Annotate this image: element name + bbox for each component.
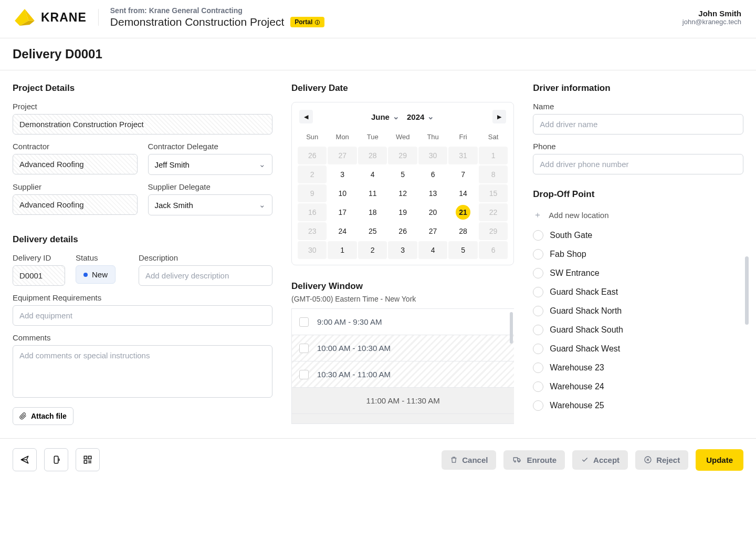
- contractor-delegate-select[interactable]: Jeff Smith ⌄: [148, 154, 273, 175]
- calendar-year-select[interactable]: 2024⌄: [407, 112, 434, 121]
- status-dot-icon: [83, 273, 88, 277]
- scrollbar[interactable]: [510, 312, 513, 344]
- calendar-day[interactable]: 20: [418, 203, 447, 221]
- radio[interactable]: [533, 381, 543, 392]
- cancel-button[interactable]: Cancel: [442, 450, 496, 470]
- page-title-bar: Delivery D0001: [0, 38, 756, 70]
- calendar-dow: Tue: [358, 130, 387, 146]
- mobile-button[interactable]: [44, 448, 68, 471]
- checkbox[interactable]: [299, 344, 309, 353]
- calendar-day[interactable]: 13: [418, 184, 447, 202]
- send-button[interactable]: [13, 448, 37, 471]
- delivery-window-slot: 11:00 AM - 11:30 AM: [292, 388, 514, 414]
- calendar-prev-button[interactable]: ◀: [299, 110, 313, 123]
- user-email: john@kranegc.tech: [682, 18, 741, 26]
- radio[interactable]: [533, 325, 543, 335]
- calendar-day[interactable]: 18: [358, 203, 387, 221]
- description-input[interactable]: [139, 265, 272, 286]
- svg-rect-11: [90, 462, 91, 463]
- enroute-button[interactable]: Enroute: [503, 450, 565, 470]
- calendar-day[interactable]: 2: [358, 241, 387, 259]
- calendar-next-button[interactable]: ▶: [492, 110, 506, 123]
- app-header: KRANE Sent from: Krane General Contracti…: [0, 0, 756, 38]
- calendar-day[interactable]: 6: [418, 165, 447, 183]
- calendar-day[interactable]: 4: [358, 165, 387, 183]
- radio[interactable]: [533, 230, 543, 241]
- driver-name-input[interactable]: [533, 114, 743, 134]
- dropoff-label: South Gate: [550, 231, 592, 240]
- equipment-input[interactable]: [13, 305, 272, 326]
- radio[interactable]: [533, 249, 543, 260]
- dropoff-option[interactable]: Guard Shack East: [533, 283, 743, 302]
- calendar-dow: Fri: [448, 130, 478, 146]
- equipment-label: Equipment Requirements: [13, 293, 272, 302]
- calendar-day[interactable]: 12: [388, 184, 417, 202]
- scrollbar[interactable]: [745, 256, 749, 325]
- calendar-day[interactable]: 1: [328, 241, 356, 259]
- attach-file-button[interactable]: Attach file: [13, 407, 74, 425]
- qr-icon: [83, 455, 92, 464]
- delivery-window-slot[interactable]: 9:00 AM - 9:30 AM: [292, 309, 514, 335]
- calendar-day[interactable]: 14: [448, 184, 477, 202]
- calendar-day[interactable]: 3: [328, 165, 356, 183]
- supplier-delegate-select[interactable]: Jack Smith ⌄: [148, 194, 273, 215]
- calendar-dow: Sun: [297, 130, 327, 146]
- calendar-day[interactable]: 10: [328, 184, 356, 202]
- calendar-day[interactable]: 27: [418, 222, 447, 240]
- timezone-label: (GMT-05:00) Eastern Time - New York: [291, 295, 514, 303]
- dropoff-option[interactable]: South Gate: [533, 226, 743, 245]
- comments-input[interactable]: [13, 345, 272, 398]
- calendar-day[interactable]: 28: [448, 222, 477, 240]
- dropoff-option[interactable]: Guard Shack West: [533, 339, 743, 358]
- project-field: Demonstration Construction Project: [13, 114, 272, 134]
- calendar-day[interactable]: 17: [328, 203, 356, 221]
- calendar-day: 29: [388, 147, 417, 164]
- add-location-button[interactable]: ＋ Add new location: [533, 208, 743, 226]
- dropoff-option[interactable]: Warehouse 23: [533, 358, 743, 377]
- calendar-day[interactable]: 26: [388, 222, 417, 240]
- checkbox[interactable]: [299, 370, 309, 379]
- calendar-day[interactable]: 3: [388, 241, 417, 259]
- chevron-down-icon: ⌄: [393, 112, 400, 121]
- header-meta: Sent from: Krane General Contracting Dem…: [110, 6, 325, 28]
- update-button[interactable]: Update: [696, 449, 743, 471]
- checkbox[interactable]: [299, 317, 309, 327]
- calendar-day[interactable]: 7: [448, 165, 477, 183]
- radio[interactable]: [533, 363, 543, 373]
- driver-phone-input[interactable]: [533, 154, 743, 174]
- calendar-day[interactable]: 11: [358, 184, 387, 202]
- user-menu[interactable]: John Smith john@kranegc.tech: [682, 9, 741, 26]
- radio[interactable]: [533, 268, 543, 278]
- dropoff-option[interactable]: Fab Shop: [533, 245, 743, 264]
- calendar-day[interactable]: 5: [388, 165, 417, 183]
- supplier-label: Supplier: [13, 182, 138, 191]
- calendar-day[interactable]: 5: [448, 241, 477, 259]
- calendar-day[interactable]: 19: [388, 203, 417, 221]
- accept-button[interactable]: Accept: [572, 450, 628, 470]
- qr-button[interactable]: [76, 448, 100, 471]
- radio[interactable]: [533, 306, 543, 316]
- reject-button[interactable]: Reject: [635, 450, 688, 470]
- trash-icon: [450, 456, 458, 464]
- delivery-window-slot[interactable]: 10:30 AM - 11:00 AM: [292, 361, 514, 388]
- dropoff-option[interactable]: Warehouse 25: [533, 396, 743, 415]
- calendar-day[interactable]: 21: [456, 205, 470, 220]
- dropoff-option[interactable]: Warehouse 24: [533, 377, 743, 396]
- calendar-day[interactable]: 25: [358, 222, 387, 240]
- calendar-day[interactable]: 4: [418, 241, 447, 259]
- dropoff-label: Warehouse 23: [550, 363, 604, 373]
- svg-rect-7: [84, 456, 87, 459]
- dropoff-option[interactable]: SW Entrance: [533, 264, 743, 283]
- calendar-day: 31: [448, 147, 477, 164]
- radio[interactable]: [533, 287, 543, 297]
- radio[interactable]: [533, 400, 543, 411]
- calendar-day[interactable]: 24: [328, 222, 356, 240]
- calendar-day: 30: [298, 241, 327, 259]
- dropoff-option[interactable]: Guard Shack South: [533, 320, 743, 339]
- calendar-month-select[interactable]: June⌄: [371, 112, 400, 121]
- dropoff-option[interactable]: Guard Shack North: [533, 302, 743, 320]
- project-label: Project: [13, 102, 272, 111]
- truck-icon: [512, 456, 522, 464]
- delivery-window-slot[interactable]: 10:00 AM - 10:30 AM: [292, 335, 514, 361]
- radio[interactable]: [533, 344, 543, 354]
